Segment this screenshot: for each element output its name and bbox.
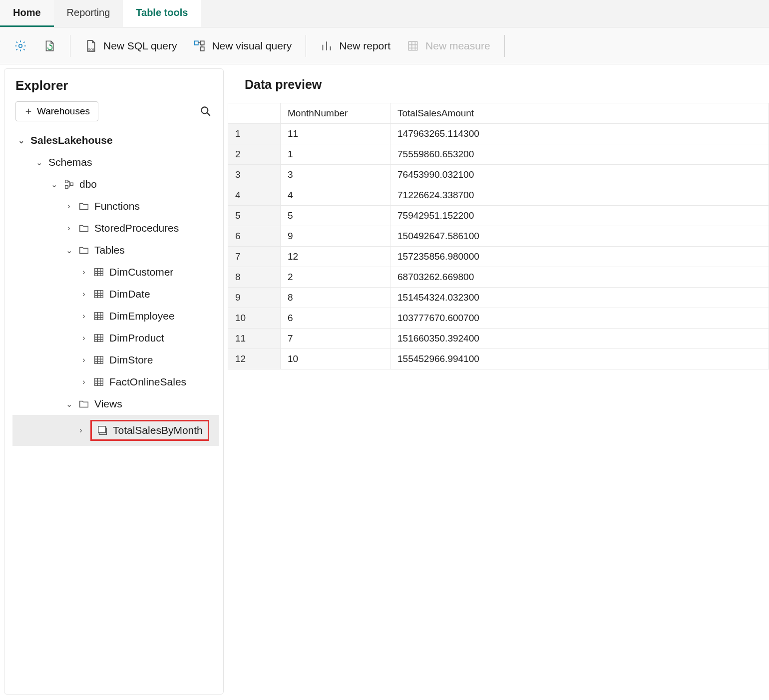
- tree-node-view-totalsalesbymonth[interactable]: › TotalSalesByMonth: [12, 415, 219, 446]
- cell-totalsalesamount: 75559860.653200: [390, 144, 769, 165]
- cell-index: 3: [228, 165, 281, 185]
- table-row[interactable]: 69150492647.586100: [228, 226, 769, 247]
- svg-point-0: [19, 44, 22, 47]
- new-visual-query-label: New visual query: [212, 40, 292, 52]
- tab-table-tools[interactable]: Table tools: [123, 0, 201, 27]
- folder-icon: [78, 245, 89, 256]
- tree-node-stored-procedures[interactable]: › StoredProcedures: [12, 217, 219, 239]
- chevron-right-icon: ›: [64, 202, 73, 211]
- tree-node-table-dimstore[interactable]: › DimStore: [12, 349, 219, 371]
- chevron-right-icon: ›: [76, 426, 85, 435]
- cell-monthnumber: 1: [281, 144, 390, 165]
- cell-monthnumber: 12: [281, 247, 390, 267]
- tree-node-views[interactable]: ⌄ Views: [12, 393, 219, 415]
- tree-node-schemas[interactable]: ⌄ Schemas: [12, 151, 219, 173]
- cell-index: 6: [228, 226, 281, 247]
- tree-node-table-dimdate[interactable]: › DimDate: [12, 283, 219, 305]
- gear-icon: [14, 39, 27, 52]
- cell-index: 5: [228, 206, 281, 226]
- table-row[interactable]: 5575942951.152200: [228, 206, 769, 226]
- table-row[interactable]: 1210155452966.994100: [228, 349, 769, 369]
- cell-monthnumber: 10: [281, 349, 390, 369]
- search-button[interactable]: [199, 105, 212, 118]
- svg-rect-14: [95, 356, 103, 364]
- cell-totalsalesamount: 68703262.669800: [390, 267, 769, 288]
- new-measure-label: New measure: [425, 40, 490, 52]
- new-visual-query-button[interactable]: New visual query: [186, 35, 299, 56]
- svg-rect-15: [95, 378, 103, 386]
- table-row[interactable]: 8268703262.669800: [228, 267, 769, 288]
- new-sql-query-button[interactable]: SQL New SQL query: [77, 35, 184, 56]
- table-row[interactable]: 4471226624.338700: [228, 185, 769, 206]
- cell-monthnumber: 11: [281, 124, 390, 144]
- cell-monthnumber: 6: [281, 308, 390, 329]
- column-header-index[interactable]: [228, 103, 281, 124]
- table-row[interactable]: 2175559860.653200: [228, 144, 769, 165]
- svg-text:SQL: SQL: [88, 47, 95, 51]
- chevron-down-icon: ⌄: [64, 399, 73, 409]
- svg-rect-7: [65, 180, 68, 183]
- tree-node-dbo[interactable]: ⌄ dbo: [12, 173, 219, 195]
- cell-index: 1: [228, 124, 281, 144]
- data-preview-title: Data preview: [228, 70, 769, 103]
- toolbar: SQL New SQL query New visual query New r…: [0, 27, 769, 64]
- chevron-right-icon: ›: [79, 355, 88, 364]
- node-label: Tables: [94, 244, 125, 256]
- table-icon: [93, 354, 104, 365]
- table-header-row: MonthNumber TotalSalesAmount: [228, 103, 769, 124]
- node-label: TotalSalesByMonth: [113, 424, 203, 436]
- tab-reporting[interactable]: Reporting: [54, 0, 123, 27]
- plus-icon: [24, 107, 33, 116]
- tree-node-table-dimproduct[interactable]: › DimProduct: [12, 327, 219, 349]
- table-icon: [93, 289, 104, 300]
- svg-rect-5: [408, 41, 417, 50]
- new-report-label: New report: [339, 40, 390, 52]
- settings-button[interactable]: [7, 35, 34, 56]
- node-label: dbo: [79, 178, 97, 190]
- cell-index: 12: [228, 349, 281, 369]
- table-row[interactable]: 98151454324.032300: [228, 288, 769, 308]
- new-report-button[interactable]: New report: [313, 35, 397, 56]
- table-row[interactable]: 3376453990.032100: [228, 165, 769, 185]
- cell-index: 4: [228, 185, 281, 206]
- cell-totalsalesamount: 71226624.338700: [390, 185, 769, 206]
- column-header-monthnumber[interactable]: MonthNumber: [281, 103, 390, 124]
- table-row[interactable]: 106103777670.600700: [228, 308, 769, 329]
- chevron-right-icon: ›: [79, 290, 88, 299]
- sql-file-icon: SQL: [84, 39, 97, 52]
- chevron-right-icon: ›: [64, 224, 73, 233]
- table-row[interactable]: 712157235856.980000: [228, 247, 769, 267]
- svg-rect-2: [195, 41, 199, 45]
- tab-home[interactable]: Home: [0, 0, 54, 27]
- cell-index: 7: [228, 247, 281, 267]
- tree-node-table-dimcustomer[interactable]: › DimCustomer: [12, 261, 219, 283]
- tree-node-functions[interactable]: › Functions: [12, 195, 219, 217]
- table-icon: [93, 333, 104, 344]
- table-row[interactable]: 111147963265.114300: [228, 124, 769, 144]
- tree-node-lakehouse[interactable]: ⌄ SalesLakehouse: [12, 129, 219, 151]
- measure-icon: [406, 39, 419, 52]
- cell-monthnumber: 2: [281, 267, 390, 288]
- chevron-right-icon: ›: [79, 334, 88, 343]
- node-label: DimEmployee: [109, 310, 175, 322]
- cell-monthnumber: 5: [281, 206, 390, 226]
- column-header-totalsalesamount[interactable]: TotalSalesAmount: [390, 103, 769, 124]
- main-area: Explorer Warehouses ⌄ SalesLakehouse ⌄ S…: [0, 64, 769, 699]
- cell-monthnumber: 3: [281, 165, 390, 185]
- svg-rect-12: [95, 313, 103, 320]
- cell-totalsalesamount: 103777670.600700: [390, 308, 769, 329]
- explorer-toolbar: Warehouses: [4, 101, 223, 127]
- refresh-button[interactable]: [36, 35, 63, 56]
- tree-node-table-dimemployee[interactable]: › DimEmployee: [12, 305, 219, 327]
- table-row[interactable]: 117151660350.392400: [228, 329, 769, 349]
- add-warehouse-button[interactable]: Warehouses: [15, 101, 98, 121]
- explorer-panel: Explorer Warehouses ⌄ SalesLakehouse ⌄ S…: [4, 68, 224, 695]
- tree-node-tables[interactable]: ⌄ Tables: [12, 239, 219, 261]
- cell-index: 2: [228, 144, 281, 165]
- node-label: DimCustomer: [109, 266, 173, 278]
- visual-query-icon: [193, 39, 206, 52]
- warehouses-label: Warehouses: [37, 106, 90, 117]
- tree-node-table-factonlinesales[interactable]: › FactOnlineSales: [12, 371, 219, 393]
- cell-index: 10: [228, 308, 281, 329]
- cell-totalsalesamount: 151660350.392400: [390, 329, 769, 349]
